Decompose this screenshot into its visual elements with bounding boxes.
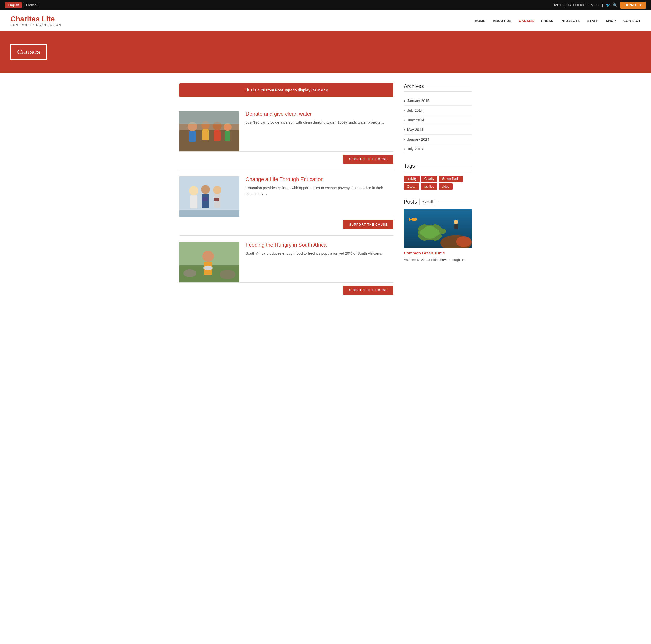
cause-item: Donate and give clean water Just $20 can… bbox=[179, 105, 393, 170]
cause-title-2[interactable]: Change a Life Through Education bbox=[246, 176, 393, 183]
cause-inner-2: Change a Life Through Education Educatio… bbox=[179, 176, 393, 217]
facebook-icon[interactable]: f bbox=[602, 3, 603, 7]
svg-rect-5 bbox=[202, 129, 209, 140]
archive-item-jul2014[interactable]: July 2014 bbox=[404, 106, 472, 115]
svg-point-29 bbox=[220, 270, 236, 279]
tag-ocean[interactable]: Ocean bbox=[404, 184, 419, 190]
support-btn-row-1: SUPPORT THE CAUSE bbox=[179, 151, 393, 164]
svg-point-17 bbox=[213, 186, 221, 194]
svg-rect-14 bbox=[190, 195, 197, 208]
cause-image-3 bbox=[179, 242, 239, 282]
nav-causes[interactable]: CAUSES bbox=[519, 19, 534, 23]
content-wrapper: This is a Custom Post Type to display CA… bbox=[169, 73, 482, 311]
svg-point-33 bbox=[456, 236, 472, 247]
tag-green-turtle[interactable]: Green Turtle bbox=[439, 175, 463, 182]
svg-point-15 bbox=[201, 185, 210, 194]
posts-section: Posts view all bbox=[404, 199, 472, 262]
donate-button[interactable]: DONATE ♥ bbox=[620, 2, 646, 9]
support-btn-row-3: SUPPORT THE CAUSE bbox=[179, 282, 393, 295]
post-excerpt: As if the NBA star didn't have enough on bbox=[404, 257, 472, 262]
main-column: This is a Custom Post Type to display CA… bbox=[179, 83, 393, 301]
cause-content-2: Change a Life Through Education Educatio… bbox=[246, 176, 393, 201]
nav-projects[interactable]: PROJECTS bbox=[561, 19, 580, 23]
search-icon[interactable]: 🔍 bbox=[613, 3, 617, 7]
support-cause-button-1[interactable]: SUPPORT THE CAUSE bbox=[343, 155, 393, 164]
cause-title-1[interactable]: Donate and give clean water bbox=[246, 111, 393, 117]
logo-subtitle: NONPROFIT ORGANIZATION bbox=[10, 23, 61, 26]
cause-item-3: Feeding the Hungry in South Africa South… bbox=[179, 236, 393, 301]
nav-about[interactable]: ABOUT US bbox=[493, 19, 512, 23]
top-bar: English French Tel.:+1 (514) 000 0000 ∿ … bbox=[0, 0, 651, 10]
archives-heading: Archives bbox=[404, 83, 472, 92]
nav-staff[interactable]: STAFF bbox=[587, 19, 598, 23]
svg-rect-42 bbox=[455, 224, 458, 229]
support-btn-row-2: SUPPORT THE CAUSE bbox=[179, 217, 393, 229]
svg-point-43 bbox=[411, 218, 417, 221]
cause-title-3[interactable]: Feeding the Hungry in South Africa bbox=[246, 242, 393, 248]
svg-rect-19 bbox=[202, 197, 208, 201]
custom-post-banner: This is a Custom Post Type to display CA… bbox=[179, 83, 393, 97]
cause-excerpt-3: South Africa produces enough food to fee… bbox=[246, 251, 393, 256]
archive-item-jan2015[interactable]: January 2015 bbox=[404, 96, 472, 106]
post-title[interactable]: Common Green Turtle bbox=[404, 251, 472, 255]
cause-content-1: Donate and give clean water Just $20 can… bbox=[246, 111, 393, 130]
nav-shop[interactable]: SHOP bbox=[606, 19, 616, 23]
cause-excerpt-1: Just $20 can provide a person with clean… bbox=[246, 120, 393, 125]
svg-rect-10 bbox=[179, 111, 239, 124]
site-header: Charitas Lite NONPROFIT ORGANIZATION HOM… bbox=[0, 10, 651, 31]
svg-point-28 bbox=[183, 269, 196, 277]
tag-charity[interactable]: Charity bbox=[421, 175, 437, 182]
archives-section: Archives January 2015 July 2014 June 201… bbox=[404, 83, 472, 154]
svg-point-13 bbox=[189, 186, 198, 195]
archive-item-jun2014[interactable]: June 2014 bbox=[404, 115, 472, 125]
cause-image-svg-1 bbox=[179, 111, 239, 151]
archive-list: January 2015 July 2014 June 2014 May 201… bbox=[404, 96, 472, 154]
hero-title: Causes bbox=[10, 44, 47, 60]
logo-title: Charitas Lite bbox=[10, 15, 61, 23]
svg-rect-20 bbox=[214, 198, 219, 201]
svg-point-8 bbox=[224, 123, 231, 131]
svg-rect-9 bbox=[225, 131, 230, 141]
svg-rect-16 bbox=[202, 194, 209, 208]
nav-contact[interactable]: CONTACT bbox=[623, 19, 641, 23]
archive-item-jul2013[interactable]: July 2013 bbox=[404, 144, 472, 154]
posts-section-header: Posts view all bbox=[404, 199, 472, 205]
view-all-button[interactable]: view all bbox=[420, 199, 435, 205]
cause-item-2: Change a Life Through Education Educatio… bbox=[179, 170, 393, 236]
support-cause-button-3[interactable]: SUPPORT THE CAUSE bbox=[343, 286, 393, 295]
phone-number: Tel.:+1 (514) 000 0000 bbox=[553, 3, 587, 7]
cause-image-svg-3 bbox=[179, 242, 239, 282]
lang-french[interactable]: French bbox=[23, 2, 39, 8]
site-logo: Charitas Lite NONPROFIT ORGANIZATION bbox=[10, 15, 61, 26]
twitter-icon[interactable]: 🐦 bbox=[606, 3, 610, 7]
turtle-image bbox=[404, 209, 472, 248]
cause-inner: Donate and give clean water Just $20 can… bbox=[179, 111, 393, 151]
tags-list: activity Charity Green Turtle Ocean rept… bbox=[404, 175, 472, 190]
email-icon[interactable]: ✉ bbox=[596, 3, 599, 7]
archive-item-may2014[interactable]: May 2014 bbox=[404, 125, 472, 135]
cause-image-1 bbox=[179, 111, 239, 151]
tag-activity[interactable]: activity bbox=[404, 175, 420, 182]
rss-icon[interactable]: ∿ bbox=[591, 3, 594, 7]
tag-reptiles[interactable]: reptiles bbox=[421, 184, 437, 190]
svg-rect-18 bbox=[214, 194, 220, 208]
archive-item-jan2014[interactable]: January 2014 bbox=[404, 135, 472, 144]
lang-english[interactable]: English bbox=[5, 2, 22, 8]
svg-rect-3 bbox=[189, 131, 196, 142]
tag-video[interactable]: video bbox=[439, 184, 453, 190]
cause-excerpt-2: Education provides children with opportu… bbox=[246, 185, 393, 197]
main-navigation: HOME ABOUT US CAUSES PRESS PROJECTS STAF… bbox=[475, 19, 641, 23]
nav-home[interactable]: HOME bbox=[475, 19, 486, 23]
posts-heading: Posts bbox=[404, 199, 417, 205]
svg-rect-7 bbox=[214, 130, 221, 141]
social-icons: ∿ ✉ f 🐦 🔍 bbox=[591, 3, 617, 7]
support-cause-button-2[interactable]: SUPPORT THE CAUSE bbox=[343, 220, 393, 229]
svg-point-41 bbox=[454, 220, 458, 224]
nav-press[interactable]: PRESS bbox=[541, 19, 553, 23]
language-switcher: English French bbox=[5, 2, 39, 8]
tags-section: Tags activity Charity Green Turtle Ocean… bbox=[404, 163, 472, 190]
cause-image-svg-2 bbox=[179, 176, 239, 217]
sidebar: Archives January 2015 July 2014 June 201… bbox=[404, 83, 472, 301]
svg-point-25 bbox=[202, 251, 214, 262]
cause-image-2 bbox=[179, 176, 239, 217]
